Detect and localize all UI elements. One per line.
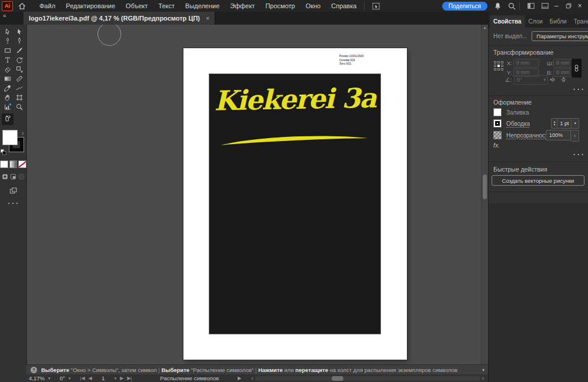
stroke-weight-stepper[interactable]: ▴▾ 1 pt ▾	[551, 118, 579, 129]
create-vector-graphics-button[interactable]: Создать векторные рисунки	[492, 175, 584, 186]
stroke-label[interactable]: Обводка	[506, 120, 530, 127]
scroll-left-icon[interactable]: ‹	[249, 375, 255, 381]
menu-item-2[interactable]: Редактирование	[61, 0, 121, 12]
notifications-bell-icon[interactable]	[492, 1, 503, 11]
color-button[interactable]	[0, 160, 8, 168]
rotation-select[interactable]: 0° ▾	[59, 375, 71, 381]
hand-tool[interactable]	[2, 93, 14, 102]
artboard-number-select[interactable]: 1	[95, 375, 111, 381]
search-icon[interactable]	[506, 1, 517, 11]
opacity-more-button[interactable]: ›	[571, 130, 579, 142]
scroll-right-icon[interactable]: ›	[480, 375, 486, 381]
stroke-swatch[interactable]	[493, 119, 502, 128]
default-fill-stroke-icon[interactable]	[0, 148, 7, 158]
edit-toolbar-more-icon[interactable]: • • •	[0, 200, 26, 206]
canvas[interactable]: Розмір 1000x1500Основа 632Лого 601 Kieke…	[26, 25, 488, 364]
horizontal-scrollbar[interactable]: ‹ ›	[249, 375, 486, 381]
fill-color-swatch[interactable]	[2, 130, 18, 145]
close-window-button[interactable]: ×	[574, 0, 586, 12]
opacity-swatch[interactable]	[493, 131, 502, 139]
opacity-value-field[interactable]: 100%	[546, 130, 571, 140]
artboard-tool[interactable]	[14, 93, 25, 102]
direct-selection-tool[interactable]	[2, 27, 14, 36]
tool-status-arrow-icon[interactable]: ▶	[238, 376, 241, 381]
type-tool[interactable]	[2, 55, 14, 65]
free-transform-tool[interactable]	[14, 65, 25, 74]
draw-normal-mode[interactable]	[2, 172, 8, 182]
panel-tab-библи[interactable]: Библи	[546, 15, 570, 28]
workspace-panel-icon[interactable]	[540, 1, 550, 11]
restore-window-icon[interactable]	[563, 1, 574, 11]
paintbrush-tool[interactable]	[14, 46, 25, 55]
workspace-layout-icon[interactable]	[526, 1, 536, 11]
curvature-tool[interactable]	[2, 36, 14, 46]
stepper-arrows-icon[interactable]: ▴▾	[552, 120, 557, 126]
rectangle-tool[interactable]	[2, 46, 14, 55]
menu-item-6[interactable]: Эффект	[225, 0, 260, 12]
hint-collapse-chevron-icon[interactable]: ▾	[482, 367, 485, 373]
constrain-proportions-link-icon[interactable]	[572, 59, 582, 78]
zoom-level-select[interactable]: 4,17% ▾	[29, 375, 50, 381]
swap-fill-stroke-icon[interactable]	[18, 129, 25, 140]
collapse-toolbar-control[interactable]: «	[3, 12, 6, 19]
flip-horizontal-button[interactable]	[547, 75, 557, 84]
symbol-sprayer-tool[interactable]	[2, 113, 14, 125]
vertical-scroll-thumb[interactable]	[483, 175, 487, 199]
gradient-tool[interactable]	[2, 74, 14, 83]
next-artboard-button[interactable]: ▶	[120, 376, 123, 381]
chart-tool[interactable]	[2, 102, 14, 112]
menu-item-5[interactable]: Выделение	[180, 0, 225, 12]
scroll-up-icon[interactable]: ▴	[482, 25, 488, 30]
fx-button[interactable]: fx.	[493, 142, 500, 149]
first-artboard-button[interactable]: |◀	[80, 376, 85, 381]
panel-tab-свойства[interactable]: Свойства	[490, 15, 525, 28]
pen-tool[interactable]	[14, 36, 25, 46]
shaper-tool[interactable]	[14, 83, 25, 93]
draw-inside-mode[interactable]	[18, 172, 25, 182]
menu-item-1[interactable]: Файл	[34, 0, 61, 12]
close-tab-icon[interactable]: ×	[206, 15, 209, 22]
reference-point-locator[interactable]	[494, 61, 503, 71]
appearance-more-icon[interactable]: • • •	[573, 152, 584, 157]
eraser-tool[interactable]	[2, 65, 14, 74]
menu-item-7[interactable]: Просмотр	[260, 0, 300, 12]
tool-options-button[interactable]: Параметры инструмента	[532, 31, 588, 41]
arrange-documents-icon[interactable]	[370, 1, 381, 11]
panel-tab-слои[interactable]: Слои	[525, 15, 546, 28]
last-artboard-button[interactable]: ▶|	[127, 376, 132, 381]
menu-item-4[interactable]: Текст	[153, 0, 180, 12]
minimize-button[interactable]: –	[550, 0, 562, 12]
menu-item-9[interactable]: Справка	[326, 0, 362, 12]
flip-vertical-button[interactable]	[559, 75, 568, 84]
measure-tool[interactable]	[14, 74, 25, 83]
eyedropper-tool[interactable]	[2, 83, 14, 93]
artboard[interactable]: Розмір 1000x1500Основа 632Лого 601 Kieke…	[183, 48, 407, 360]
home-icon[interactable]	[16, 1, 27, 11]
screen-mode-button[interactable]	[0, 186, 26, 195]
fill-swatch[interactable]	[493, 108, 502, 116]
none-button[interactable]	[18, 160, 26, 168]
horizontal-scroll-track[interactable]	[255, 376, 480, 381]
horizontal-scroll-thumb[interactable]	[332, 376, 343, 381]
width-field[interactable]: 0 mm	[553, 59, 573, 68]
draw-behind-mode[interactable]	[10, 172, 16, 182]
opacity-label[interactable]: Непрозрачность	[506, 132, 551, 139]
chevron-down-icon[interactable]: ▾	[571, 119, 579, 128]
current-tool-status[interactable]: Распыление символов	[160, 375, 219, 381]
selection-tool[interactable]	[14, 27, 25, 36]
vertical-scrollbar[interactable]: ▴	[481, 25, 488, 364]
document-tab[interactable]: logo17iekerei3a.pdf @ 4,17 % (RGB/Предпр…	[24, 12, 215, 25]
rotation-angle-select[interactable]: 0° ▾	[514, 75, 548, 85]
rotate-tool[interactable]	[14, 55, 25, 65]
zoom-tool[interactable]	[14, 102, 25, 112]
share-button[interactable]: Поделиться	[442, 2, 487, 11]
gradient-button[interactable]	[9, 160, 18, 168]
menu-item-3[interactable]: Объект	[121, 0, 153, 12]
previous-artboard-button[interactable]: ◀	[88, 376, 92, 381]
logo-background-rect[interactable]: Kiekerei 3a	[209, 73, 381, 334]
panel-tab-транс[interactable]: Транс	[570, 15, 588, 28]
x-field[interactable]: 0 mm	[513, 59, 539, 68]
transform-more-icon[interactable]: • • •	[573, 86, 584, 92]
chevron-down-icon[interactable]: ▾	[114, 376, 116, 381]
menu-item-8[interactable]: Окно	[300, 0, 326, 12]
